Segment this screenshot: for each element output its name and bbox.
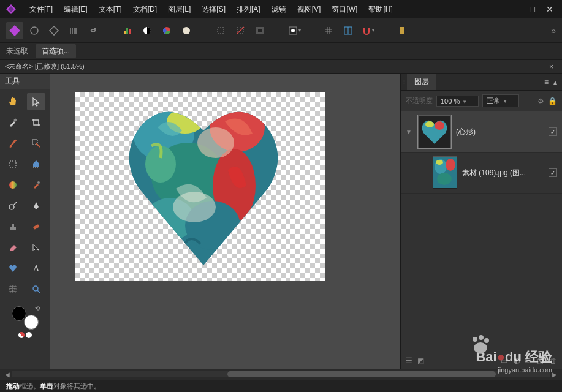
selection-status: 未选取 [6,46,28,56]
dodge-tool-icon[interactable] [4,197,22,214]
opacity-input[interactable]: 100 %▼ [436,96,479,107]
color-wheel-icon[interactable] [158,22,175,39]
panel-handle-icon[interactable]: ⫶ [401,78,407,85]
delete-layer-icon[interactable]: 🗑 [550,356,557,365]
scroll-right-icon[interactable]: ▶ [550,371,560,378]
persona-photo-icon[interactable] [6,22,23,39]
assistant-icon[interactable] [393,22,411,39]
layer-lock-icon[interactable]: 🔒 [548,97,557,105]
persona-liquify-icon[interactable] [26,22,43,39]
scrollbar-track[interactable] [12,371,550,377]
menu-filters[interactable]: 滤镜 [272,4,286,15]
blend-mode-select[interactable]: 正常▼ [482,94,519,107]
histogram-icon[interactable] [119,22,136,39]
live-filter-icon[interactable]: ⧈ [526,356,531,365]
canvas-area[interactable] [50,74,400,369]
menu-file[interactable]: 文件[F] [29,4,53,15]
canvas[interactable] [75,92,325,281]
quick-mask-icon[interactable]: ▾ [286,22,303,39]
flood-select-icon[interactable] [27,156,45,173]
menu-help[interactable]: 帮助[H] [368,4,392,15]
no-selection-icon[interactable] [232,22,249,39]
zoom-tool-icon[interactable] [27,281,45,298]
add-layer-icon[interactable]: ▢ [537,356,544,365]
heart-shape-tool-icon[interactable] [4,260,22,277]
heart-shape[interactable] [127,97,280,268]
clone-tool-icon[interactable] [4,218,22,235]
guides-icon[interactable] [340,22,357,39]
minimize-button[interactable]: — [511,4,519,14]
heal-tool-icon[interactable] [27,218,45,235]
snap-icon[interactable]: ▾ [359,22,376,39]
svg-point-3 [31,27,38,34]
pen-tool-icon[interactable] [27,197,45,214]
layer-name[interactable]: 素材 (109).jpg (图... [462,168,544,178]
toolbar-overflow-icon[interactable]: » [551,26,556,36]
layer-visibility-checkbox[interactable]: ✓ [549,127,557,136]
preferences-button[interactable]: 首选项... [36,44,76,58]
menu-edit[interactable]: 编辑[E] [64,4,88,15]
none-color-icon[interactable] [18,332,25,338]
document-tab[interactable]: <未命名> [已修改] (51.5%) [5,62,85,71]
layer-stack-icon[interactable]: ☰ [406,356,412,365]
menu-layer[interactable]: 图层[L] [168,4,191,15]
grid-icon[interactable] [320,22,337,39]
paintbrush-tool-icon[interactable] [4,135,22,152]
default-colors-icon[interactable] [26,332,32,338]
selection-brush-icon[interactable] [27,135,45,152]
hand-tool-icon[interactable] [4,93,22,110]
marquee-tool-icon[interactable] [4,156,22,173]
move-tool-icon[interactable] [27,93,45,110]
layer-thumbnail[interactable] [433,156,457,189]
layer-thumbnail[interactable] [418,115,451,148]
mesh-tool-icon[interactable] [4,281,22,298]
soft-proof-icon[interactable] [178,22,195,39]
contrast-icon[interactable] [139,22,156,39]
svg-point-27 [9,205,14,209]
crop-tool-icon[interactable] [27,114,45,131]
menu-arrange[interactable]: 排列[A] [237,4,260,15]
text-tool-icon[interactable]: A [27,260,45,277]
layer-expand-icon[interactable]: ▼ [406,129,413,135]
invert-selection-icon[interactable] [251,22,268,39]
persona-export-icon[interactable] [85,22,102,39]
svg-point-47 [425,121,434,127]
background-color[interactable] [24,315,39,330]
scroll-left-icon[interactable]: ◀ [2,371,12,378]
gradient-tool-icon[interactable] [4,176,22,194]
mask-layer-icon[interactable]: ▭ [501,356,507,365]
panel-menu-icon[interactable]: ≡ [544,78,549,86]
maximize-button[interactable]: □ [530,4,535,14]
layer-row[interactable]: ▼ (心形) ✓ [401,111,562,153]
color-picker[interactable]: ⟲ [0,301,50,343]
layers-tab[interactable]: 图层 [407,74,436,90]
persona-tone-icon[interactable] [65,22,82,39]
document-close-icon[interactable]: × [545,62,557,71]
layer-settings-icon[interactable]: ⚙ [537,97,544,105]
swap-colors-icon[interactable]: ⟲ [35,305,40,312]
layer-name[interactable]: (心形) [456,127,544,137]
svg-line-34 [37,290,40,293]
menu-view[interactable]: 视图[V] [297,4,321,15]
close-button[interactable]: ✕ [546,4,553,14]
foreground-color[interactable] [12,306,26,321]
layer-effects-icon[interactable]: ◩ [417,356,424,365]
eraser-tool-icon[interactable] [4,239,22,256]
svg-point-52 [436,160,443,165]
svg-line-28 [13,202,17,205]
color-picker-tool-icon[interactable] [4,114,22,131]
scrollbar-thumb[interactable] [227,371,496,377]
marquee-icon[interactable] [212,22,229,39]
layer-visibility-checkbox[interactable]: ✓ [549,168,557,177]
horizontal-scrollbar[interactable]: ◀ ▶ [0,369,562,380]
menu-window[interactable]: 窗口[W] [332,4,357,15]
menu-select[interactable]: 选择[S] [202,4,226,15]
menu-text[interactable]: 文本[T] [99,4,122,15]
pixel-tool-icon[interactable] [27,176,45,194]
layer-row[interactable]: 素材 (109).jpg (图... ✓ [401,153,562,194]
panel-collapse-icon[interactable]: ▴ [553,78,557,86]
persona-develop-icon[interactable] [45,22,63,39]
adjustment-layer-icon[interactable]: ◐ [514,356,520,365]
node-tool-icon[interactable] [27,239,45,256]
menu-document[interactable]: 文档[D] [133,4,157,15]
